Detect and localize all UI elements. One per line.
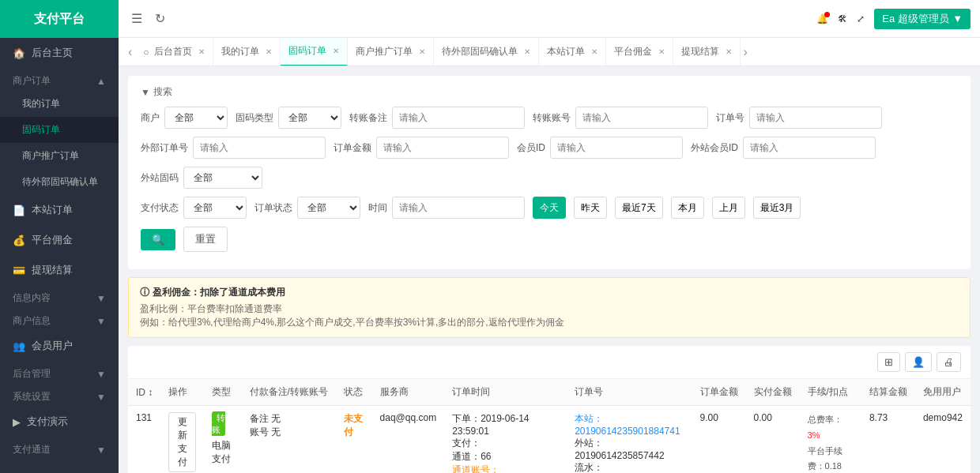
refresh-icon[interactable]: ↻ [152,8,168,29]
tab-platform-fee-close[interactable]: ✕ [658,47,665,56]
cell-type: 转账 电脑支付 [204,406,241,474]
order-status-label: 订单状态 [254,201,292,215]
cell-rate: 总费率：3% 平台手续费：0.18 平台费率：2% 盈利费率：2% 盈利佣金：0… [800,406,861,474]
search-button[interactable]: 🔍 [141,229,175,250]
transfer-account-field: 转账账号 [533,107,708,129]
fixed-type-select[interactable]: 全部 [278,107,341,129]
order-no-site-link[interactable]: 本站：20190614235901884741 [575,412,684,437]
info-line3: 例如：给代理3%,代理给商户4%,那么这个商户成交,平台费率按3%计算,多出的部… [140,316,959,329]
channel-no-link[interactable]: 通道账号：77545454erererwrerw... [452,464,559,473]
external-fixed-select[interactable]: 全部 [183,167,262,189]
tab-home-icon: ○ [143,47,149,58]
tab-home-close[interactable]: ✕ [198,47,205,56]
sidebar-section-merchant-orders[interactable]: 商户订单 ▲ [0,68,119,91]
info-line2: 盈利比例：平台费率扣除通道费率 [140,302,959,316]
transfer-note-input[interactable] [392,107,525,129]
col-actual-amount: 实付金额 [746,379,800,406]
payment-demo-icon: ▶ [13,416,21,428]
sidebar-section-backend-mgmt[interactable]: 后台管理 ▼ [0,361,119,384]
info-title: ⓘ 盈利佣金：扣除了通道成本费用 [140,286,959,299]
date-btn-yesterday[interactable]: 昨天 [574,197,607,219]
menu-toggle-icon[interactable]: ☰ [128,8,145,29]
tab-site-orders[interactable]: 本站订单 ✕ [539,38,606,66]
transfer-account-input[interactable] [575,107,708,129]
sidebar-item-fixed-orders[interactable]: 固码订单 [0,117,119,143]
tabs-left-nav[interactable]: ‹ [125,45,135,59]
reset-button[interactable]: 重置 [183,227,228,252]
content-area: ▼ 搜索 商户 全部 固码类型 全部 转账备注 [119,66,980,473]
tab-external-confirm[interactable]: 待外部固码确认单 ✕ [434,38,539,66]
sidebar-item-payment-demo[interactable]: ▶ 支付演示 [0,407,119,437]
sidebar-item-external-confirm[interactable]: 待外部固码确认单 [0,169,119,195]
chevron-icon-system: ▼ [96,392,106,403]
user-menu[interactable]: Ea 超级管理员 ▼ [874,9,971,29]
sidebar-item-merchant-promo[interactable]: 商户推广订单 [0,143,119,169]
notification-bell[interactable]: 🔔 [816,13,828,24]
external-order-input[interactable] [193,137,326,159]
col-order-time: 订单时间 [444,379,567,406]
tab-site-orders-close[interactable]: ✕ [591,47,597,56]
external-fixed-field: 外站固码 全部 [141,167,262,189]
merchant-label: 商户 [141,111,160,125]
tab-my-orders-close[interactable]: ✕ [266,47,272,56]
sidebar-section-system[interactable]: 系统设置 ▼ [0,384,119,407]
sidebar-item-platform-fee[interactable]: 💰 平台佣金 [0,225,119,255]
sidebar-section-info-content[interactable]: 信息内容 ▼ [0,285,119,308]
tab-backend-home[interactable]: ○ 后台首页 ✕ [135,38,213,66]
tab-merchant-promo-close[interactable]: ✕ [419,47,425,56]
chevron-icon-merchant: ▼ [96,316,106,327]
tab-merchant-promo[interactable]: 商户推广订单 ✕ [348,38,434,66]
grid-view-btn[interactable]: ⊞ [877,352,900,372]
tab-withdraw-close[interactable]: ✕ [726,47,732,56]
search-icon: 🔍 [152,234,164,246]
print-btn[interactable]: 🖨 [937,352,961,372]
pay-status-select[interactable]: 全部 [183,197,247,219]
sidebar-section-payment-channel[interactable]: 支付通道 ▼ [0,437,119,460]
date-btn-month[interactable]: 本月 [671,197,704,219]
table-header-row: ID ↕ 操作 类型 付款备注/转账账号 状态 服务商 订单时间 订单号 订单金… [128,379,971,406]
member-id-label: 会员ID [517,141,545,155]
help-icon[interactable]: 🛠 [838,13,847,24]
date-btn-7days[interactable]: 最近7天 [615,197,663,219]
order-id-input[interactable] [749,107,882,129]
member-id-input[interactable] [550,137,683,159]
col-note-account: 付款备注/转账账号 [242,379,336,406]
update-pay-btn[interactable]: 更新支付 [168,412,196,472]
sidebar: 支付平台 🏠 后台主页 商户订单 ▲ 我的订单 固码订单 商户推广订单 待外部固… [0,0,119,473]
order-status-select[interactable]: 全部 [297,197,360,219]
cell-actual-amount: 0.00 [746,406,800,474]
tabs-right-nav[interactable]: › [741,45,751,59]
tab-fixed-orders[interactable]: 固码订单 ✕ [281,38,348,66]
date-btn-lastmonth[interactable]: 上月 [712,197,745,219]
col-operation: 操作 [160,379,204,406]
tab-external-confirm-close[interactable]: ✕ [524,47,530,56]
export-btn[interactable]: 👤 [905,352,932,372]
date-btn-today[interactable]: 今天 [533,197,566,219]
platform-fee-icon: 💰 [13,235,25,246]
sidebar-item-my-orders[interactable]: 我的订单 [0,91,119,117]
cell-service: daq@qq.com [372,406,445,474]
external-member-input[interactable] [743,137,876,159]
tab-fixed-orders-close[interactable]: ✕ [333,47,339,55]
merchant-select[interactable]: 全部 [164,107,228,129]
status-badge: 未支付 [344,413,363,437]
pay-status-label: 支付状态 [141,201,179,215]
rate-total-value: 3% [808,430,820,440]
col-settlement: 结算金额 [861,379,915,406]
info-box: ⓘ 盈利佣金：扣除了通道成本费用 盈利比例：平台费率扣除通道费率 例如：给代理3… [128,277,971,338]
tab-my-orders[interactable]: 我的订单 ✕ [213,38,281,66]
fullscreen-icon[interactable]: ⤢ [857,13,865,24]
order-status-field: 订单状态 全部 [254,197,360,219]
sidebar-item-site-orders[interactable]: 📄 本站订单 [0,195,119,225]
sidebar-section-merchant-info[interactable]: 商户信息 ▼ [0,308,119,331]
topbar: ☰ ↻ 🔔 🛠 ⤢ Ea 超级管理员 ▼ [119,0,980,38]
sidebar-item-withdraw[interactable]: 💳 提现结算 [0,255,119,285]
time-input[interactable] [392,197,525,219]
date-btn-3months[interactable]: 最近3月 [753,197,801,219]
sidebar-item-home[interactable]: 🏠 后台主页 [0,38,119,68]
tab-platform-fee[interactable]: 平台佣金 ✕ [606,38,673,66]
order-amount-input[interactable] [376,137,509,159]
tab-withdraw[interactable]: 提现结算 ✕ [673,38,741,66]
sidebar-item-members[interactable]: 👥 会员用户 [0,331,119,361]
col-id[interactable]: ID ↕ [128,379,160,406]
